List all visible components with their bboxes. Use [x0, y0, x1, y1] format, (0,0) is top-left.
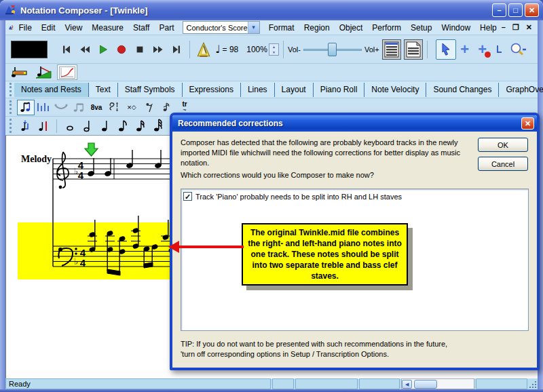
notes-mode-button[interactable]: [17, 100, 35, 115]
note-velocity-wedge-button[interactable]: [33, 64, 54, 80]
part-selector-combobox[interactable]: Conductor's Score ▾: [183, 21, 259, 34]
skip-to-start-button[interactable]: [57, 40, 75, 58]
insert-note-icon: +: [19, 119, 33, 133]
play-button[interactable]: [94, 40, 112, 58]
part-selector-value: Conductor's Score: [183, 24, 247, 32]
continuous-view-button[interactable]: [404, 39, 423, 60]
stop-button[interactable]: [130, 40, 149, 58]
velocity-wedge-icon: [35, 66, 52, 79]
skip-to-end-button[interactable]: [167, 40, 185, 58]
thirtysecond-note-icon: [153, 119, 164, 134]
beat-bars-button[interactable]: [35, 100, 52, 115]
annotation-text: The original Twinkle.mid file combines t…: [248, 228, 402, 281]
menu-window[interactable]: Window: [436, 22, 475, 34]
menu-edit[interactable]: Edit: [37, 22, 60, 34]
tab-layout[interactable]: Layout: [275, 83, 314, 97]
diamond-icon: ◇: [132, 104, 136, 111]
rewind-button[interactable]: [75, 40, 94, 58]
half-note-icon: [83, 119, 92, 134]
tip-line-1: TIP: If you do not want to be presented …: [181, 339, 520, 349]
cancel-button[interactable]: Cancel: [478, 157, 528, 171]
vol-plus-label: Vol+: [364, 45, 379, 54]
volume-slider[interactable]: [303, 43, 362, 56]
menu-object[interactable]: Object: [335, 22, 368, 34]
corrections-listbox[interactable]: ✓ Track 'Piano' probably needs to be spl…: [181, 189, 529, 331]
correction-checkbox-label[interactable]: Track 'Piano' probably needs to be split…: [195, 193, 402, 201]
close-button[interactable]: ✕: [525, 3, 539, 17]
overwrite-note-button[interactable]: [35, 118, 52, 134]
horizontal-scroll-area[interactable]: [6, 370, 538, 378]
note-duration-bar-button[interactable]: [10, 64, 30, 80]
chevron-down-icon[interactable]: ▾: [248, 22, 259, 33]
mdi-restore-button[interactable]: ❐: [512, 23, 519, 32]
menu-file[interactable]: File: [14, 22, 36, 34]
add-note-tool-button[interactable]: +: [474, 39, 491, 60]
rest-button[interactable]: [141, 100, 158, 115]
eighth-note-button[interactable]: [114, 118, 132, 134]
menu-setup[interactable]: Setup: [406, 22, 436, 34]
tab-graphovernotes[interactable]: GraphOverNotes™: [499, 83, 543, 97]
menu-view[interactable]: View: [60, 22, 88, 34]
correction-item-row[interactable]: ✓ Track 'Piano' probably needs to be spl…: [181, 189, 528, 203]
select-tool-button[interactable]: [436, 39, 456, 60]
ok-button[interactable]: OK: [478, 138, 528, 152]
tab-staff-symbols[interactable]: Staff Symbols: [118, 83, 183, 97]
add-tool-button[interactable]: +: [456, 39, 474, 60]
correction-checkbox[interactable]: ✓: [183, 192, 192, 201]
beam-notes-button[interactable]: [70, 100, 88, 115]
tab-note-velocity[interactable]: Note Velocity: [364, 83, 426, 97]
status-scrollbar[interactable]: ◀: [401, 378, 474, 389]
toolbar-gripper[interactable]: [10, 83, 12, 96]
volume-slider-thumb[interactable]: [328, 43, 337, 56]
scroll-left-button[interactable]: ◀: [402, 380, 412, 389]
spin-down-icon[interactable]: ▼: [269, 50, 278, 55]
menu-format[interactable]: Format: [264, 22, 299, 34]
quarter-note-button[interactable]: [96, 118, 114, 134]
ottava-button[interactable]: 8va: [88, 100, 105, 115]
menu-staff[interactable]: Staff: [128, 22, 154, 34]
thirtysecond-note-button[interactable]: [149, 118, 167, 134]
menu-measure[interactable]: Measure: [87, 22, 128, 34]
half-note-button[interactable]: [79, 118, 96, 134]
toolbar-gripper[interactable]: [10, 100, 14, 115]
page-view-button[interactable]: [382, 39, 401, 60]
page-view-icon: [384, 41, 399, 58]
mdi-minimize-button[interactable]: –: [502, 23, 506, 32]
whole-note-button[interactable]: [61, 118, 79, 134]
eighth-note-icon: [117, 119, 128, 134]
menu-region[interactable]: Region: [299, 22, 335, 34]
dialog-close-button[interactable]: ✕: [521, 117, 534, 130]
mdi-close-button[interactable]: ✕: [526, 23, 532, 32]
tab-sound-changes[interactable]: Sound Changes: [426, 83, 499, 97]
graph-over-notes-button[interactable]: [57, 64, 77, 80]
spin-up-icon[interactable]: ▲: [269, 44, 278, 50]
transpose-button[interactable]: [105, 100, 123, 115]
menu-part[interactable]: Part: [154, 22, 179, 34]
menu-perform[interactable]: Perform: [367, 22, 406, 34]
tab-piano-roll[interactable]: Piano Roll: [314, 83, 365, 97]
zoom-out-button[interactable]: [509, 40, 527, 58]
metronome-icon: [195, 41, 212, 58]
vol-minus-label: Vol-: [288, 45, 301, 54]
tab-notes-and-rests[interactable]: Notes and Rests: [14, 83, 89, 97]
record-button[interactable]: [112, 40, 130, 58]
insert-note-button[interactable]: +: [17, 118, 35, 134]
svg-text:4: 4: [78, 170, 84, 181]
tab-expressions[interactable]: Expressions: [183, 83, 241, 97]
fast-forward-button[interactable]: [149, 40, 167, 58]
maximize-button[interactable]: □: [508, 3, 523, 17]
tie-button[interactable]: [52, 100, 70, 115]
resize-grip[interactable]: [529, 378, 538, 389]
tab-text[interactable]: Text: [89, 83, 118, 97]
toolbar-gripper[interactable]: [10, 119, 14, 134]
metronome-button[interactable]: [194, 40, 212, 58]
transport-toolbar: ♩ = 98 100% ▲ ▼ Vol- Vol+: [5, 35, 538, 64]
zoom-stepper[interactable]: ▲ ▼: [269, 43, 279, 56]
cross-notehead-button[interactable]: ×◇: [123, 100, 141, 115]
sixteenth-note-button[interactable]: [132, 118, 149, 134]
scrollbar-thumb[interactable]: [414, 380, 437, 389]
tab-lines[interactable]: Lines: [241, 83, 275, 97]
minimize-button[interactable]: –: [492, 3, 506, 17]
menu-help[interactable]: Help: [475, 22, 502, 34]
svg-text:♭: ♭: [74, 256, 78, 267]
